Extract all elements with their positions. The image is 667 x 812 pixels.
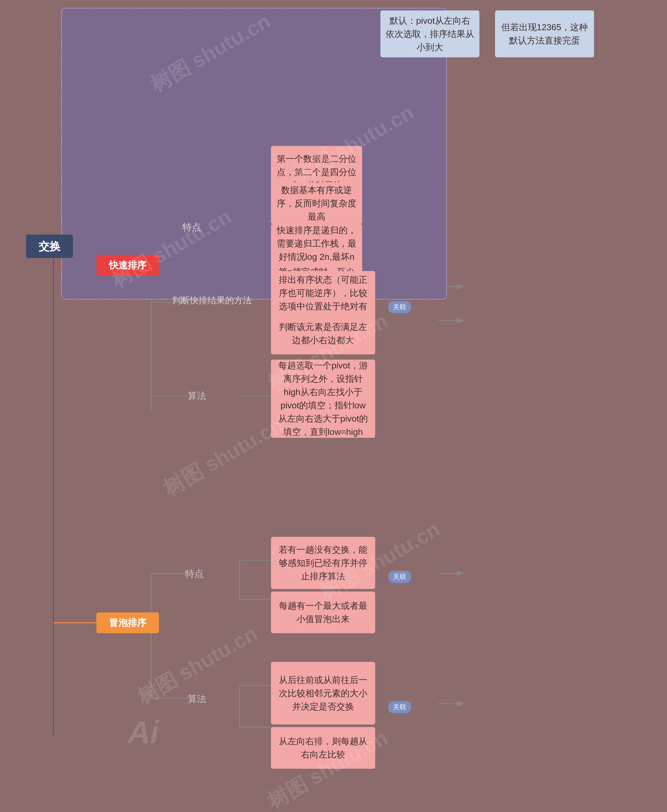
box-suanfa-bb2: 从左向右排，则每趟从右向左比较 [271,727,375,769]
box-panduan2: 判断该元素是否满足左边都小右边都大 [271,313,375,354]
kuaisu-paixu-label: 快速排序 [109,258,146,272]
suanfa-qs-label: 算法 [187,390,206,402]
jiaohuan-node: 交换 [26,234,73,258]
maopao-paixu-label: 冒泡排序 [109,616,146,630]
box2: 数据基本有序或逆序，反而时间复杂度最高 [271,183,362,224]
box-tedian-bb2: 每趟有一个最大或者最小值冒泡出来 [271,591,375,633]
box-default: 默认：pivot从左向右依次选取，排序结果从小到大 [380,10,480,57]
watermark: 树图 shutu.cn [158,411,289,503]
ai-watermark: Ai [128,714,159,750]
main-container: 树图 shutu.cn 树图 shutu.cn 树图 shutu.cn 树图 s… [0,0,667,812]
maopao-paixu-node: 冒泡排序 [96,613,159,633]
panduan-label: 判断快排结果的方法 [172,294,252,306]
tediandian-label: 特点 [183,221,201,234]
guanlian-badge-1: 关联 [388,301,411,313]
suanfa-bb-label: 算法 [187,692,206,706]
guanlian-badge-2: 关联 [388,571,411,583]
kuaisu-paixu-node: 快速排序 [96,255,159,276]
box-tedian-bb1: 若有一趟没有交换，能够感知到已经有序并停止排序算法 [271,537,375,589]
tediandian2-label: 特点 [185,568,204,580]
guanlian-badge-3: 关联 [388,701,411,713]
box-bug: 但若出现12365，这种默认方法直接完蛋 [495,10,594,57]
box-suanfa-qs: 每趟选取一个pivot，游离序列之外，设指针high从右向左找小于pivot的填… [271,360,375,438]
jiaohuan-label: 交换 [38,238,60,255]
box-suanfa-bb1: 从后往前或从前往后一次比较相邻元素的大小并决定是否交换 [271,662,375,724]
